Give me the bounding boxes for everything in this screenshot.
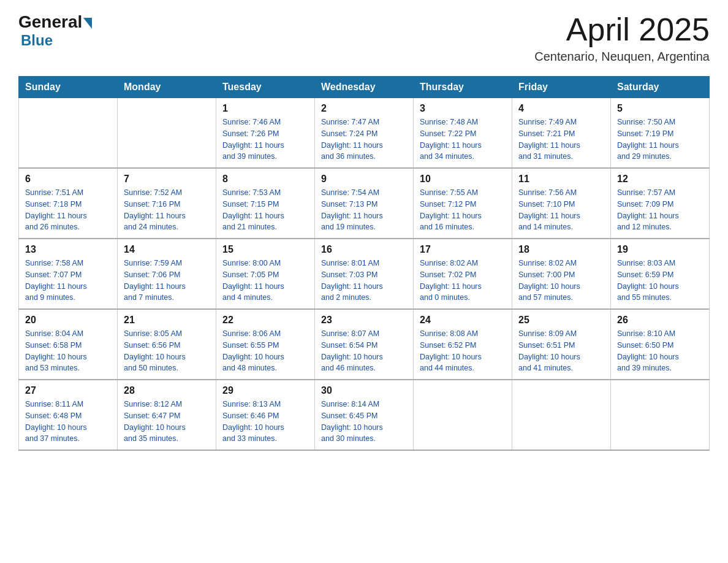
logo-blue-text: Blue — [21, 32, 53, 49]
day-number: 1 — [222, 103, 308, 114]
calendar-cell: 25Sunrise: 8:09 AM Sunset: 6:51 PM Dayli… — [512, 309, 611, 380]
day-number: 24 — [420, 315, 506, 326]
calendar-header-saturday: Saturday — [611, 77, 710, 98]
day-info: Sunrise: 7:48 AM Sunset: 7:22 PM Dayligh… — [420, 117, 506, 163]
day-number: 18 — [518, 244, 604, 255]
calendar-cell: 11Sunrise: 7:56 AM Sunset: 7:10 PM Dayli… — [512, 168, 611, 239]
day-info: Sunrise: 7:59 AM Sunset: 7:06 PM Dayligh… — [124, 258, 210, 304]
calendar-cell: 21Sunrise: 8:05 AM Sunset: 6:56 PM Dayli… — [118, 309, 216, 380]
calendar-cell: 3Sunrise: 7:48 AM Sunset: 7:22 PM Daylig… — [414, 98, 512, 169]
day-info: Sunrise: 7:58 AM Sunset: 7:07 PM Dayligh… — [25, 258, 111, 304]
calendar-cell: 9Sunrise: 7:54 AM Sunset: 7:13 PM Daylig… — [315, 168, 414, 239]
calendar-cell: 26Sunrise: 8:10 AM Sunset: 6:50 PM Dayli… — [611, 309, 710, 380]
day-info: Sunrise: 7:56 AM Sunset: 7:10 PM Dayligh… — [518, 187, 604, 233]
day-info: Sunrise: 8:05 AM Sunset: 6:56 PM Dayligh… — [124, 328, 210, 374]
day-number: 17 — [420, 244, 506, 255]
day-number: 25 — [518, 315, 604, 326]
day-number: 29 — [222, 385, 308, 396]
calendar-cell: 22Sunrise: 8:06 AM Sunset: 6:55 PM Dayli… — [216, 309, 315, 380]
day-info: Sunrise: 8:09 AM Sunset: 6:51 PM Dayligh… — [518, 328, 604, 374]
day-number: 14 — [124, 244, 210, 255]
calendar-cell: 19Sunrise: 8:03 AM Sunset: 6:59 PM Dayli… — [611, 239, 710, 309]
day-info: Sunrise: 7:49 AM Sunset: 7:21 PM Dayligh… — [518, 117, 604, 163]
calendar-cell: 8Sunrise: 7:53 AM Sunset: 7:15 PM Daylig… — [216, 168, 315, 239]
day-info: Sunrise: 8:11 AM Sunset: 6:48 PM Dayligh… — [25, 399, 111, 445]
day-number: 23 — [321, 315, 407, 326]
day-number: 4 — [518, 103, 604, 114]
day-info: Sunrise: 8:07 AM Sunset: 6:54 PM Dayligh… — [321, 328, 407, 374]
calendar-header-thursday: Thursday — [414, 77, 512, 98]
calendar-cell: 20Sunrise: 8:04 AM Sunset: 6:58 PM Dayli… — [19, 309, 118, 380]
day-info: Sunrise: 8:03 AM Sunset: 6:59 PM Dayligh… — [617, 258, 703, 304]
calendar-cell — [414, 380, 512, 450]
calendar-cell: 2Sunrise: 7:47 AM Sunset: 7:24 PM Daylig… — [315, 98, 414, 169]
calendar-table: SundayMondayTuesdayWednesdayThursdayFrid… — [18, 76, 710, 451]
day-number: 9 — [321, 174, 407, 185]
day-info: Sunrise: 8:01 AM Sunset: 7:03 PM Dayligh… — [321, 258, 407, 304]
day-number: 21 — [124, 315, 210, 326]
calendar-header-monday: Monday — [118, 77, 216, 98]
calendar-cell: 29Sunrise: 8:13 AM Sunset: 6:46 PM Dayli… — [216, 380, 315, 450]
calendar-cell: 1Sunrise: 7:46 AM Sunset: 7:26 PM Daylig… — [216, 98, 315, 169]
day-info: Sunrise: 8:02 AM Sunset: 7:02 PM Dayligh… — [420, 258, 506, 304]
day-number: 15 — [222, 244, 308, 255]
calendar-cell: 5Sunrise: 7:50 AM Sunset: 7:19 PM Daylig… — [611, 98, 710, 169]
day-number: 22 — [222, 315, 308, 326]
calendar-cell: 24Sunrise: 8:08 AM Sunset: 6:52 PM Dayli… — [414, 309, 512, 380]
calendar-cell: 18Sunrise: 8:02 AM Sunset: 7:00 PM Dayli… — [512, 239, 611, 309]
calendar-week-2: 6Sunrise: 7:51 AM Sunset: 7:18 PM Daylig… — [19, 168, 710, 239]
calendar-header-wednesday: Wednesday — [315, 77, 414, 98]
day-number: 6 — [25, 174, 111, 185]
day-number: 20 — [25, 315, 111, 326]
calendar-week-5: 27Sunrise: 8:11 AM Sunset: 6:48 PM Dayli… — [19, 380, 710, 450]
day-info: Sunrise: 7:50 AM Sunset: 7:19 PM Dayligh… — [617, 117, 703, 163]
day-number: 26 — [617, 315, 703, 326]
calendar-cell: 17Sunrise: 8:02 AM Sunset: 7:02 PM Dayli… — [414, 239, 512, 309]
calendar-body: 1Sunrise: 7:46 AM Sunset: 7:26 PM Daylig… — [19, 98, 710, 451]
page-header: General Blue April 2025 Centenario, Neuq… — [18, 12, 710, 64]
day-info: Sunrise: 8:08 AM Sunset: 6:52 PM Dayligh… — [420, 328, 506, 374]
calendar-cell: 13Sunrise: 7:58 AM Sunset: 7:07 PM Dayli… — [19, 239, 118, 309]
day-info: Sunrise: 7:55 AM Sunset: 7:12 PM Dayligh… — [420, 187, 506, 233]
calendar-header-sunday: Sunday — [19, 77, 118, 98]
calendar-week-1: 1Sunrise: 7:46 AM Sunset: 7:26 PM Daylig… — [19, 98, 710, 169]
calendar-cell — [118, 98, 216, 169]
calendar-cell: 6Sunrise: 7:51 AM Sunset: 7:18 PM Daylig… — [19, 168, 118, 239]
title-section: April 2025 Centenario, Neuquen, Argentin… — [534, 12, 710, 64]
calendar-cell — [611, 380, 710, 450]
day-info: Sunrise: 7:47 AM Sunset: 7:24 PM Dayligh… — [321, 117, 407, 163]
day-number: 3 — [420, 103, 506, 114]
calendar-header-tuesday: Tuesday — [216, 77, 315, 98]
day-info: Sunrise: 8:04 AM Sunset: 6:58 PM Dayligh… — [25, 328, 111, 374]
calendar-cell: 12Sunrise: 7:57 AM Sunset: 7:09 PM Dayli… — [611, 168, 710, 239]
logo-general-text: General — [18, 12, 92, 32]
day-info: Sunrise: 7:57 AM Sunset: 7:09 PM Dayligh… — [617, 187, 703, 233]
day-number: 27 — [25, 385, 111, 396]
calendar-cell — [512, 380, 611, 450]
calendar-cell: 10Sunrise: 7:55 AM Sunset: 7:12 PM Dayli… — [414, 168, 512, 239]
day-number: 2 — [321, 103, 407, 114]
page-subtitle: Centenario, Neuquen, Argentina — [534, 50, 710, 64]
calendar-cell: 30Sunrise: 8:14 AM Sunset: 6:45 PM Dayli… — [315, 380, 414, 450]
day-info: Sunrise: 7:52 AM Sunset: 7:16 PM Dayligh… — [124, 187, 210, 233]
day-info: Sunrise: 8:00 AM Sunset: 7:05 PM Dayligh… — [222, 258, 308, 304]
day-info: Sunrise: 7:51 AM Sunset: 7:18 PM Dayligh… — [25, 187, 111, 233]
calendar-cell: 23Sunrise: 8:07 AM Sunset: 6:54 PM Dayli… — [315, 309, 414, 380]
calendar-cell — [19, 98, 118, 169]
day-info: Sunrise: 8:02 AM Sunset: 7:00 PM Dayligh… — [518, 258, 604, 304]
logo: General Blue — [18, 12, 92, 49]
day-number: 11 — [518, 174, 604, 185]
day-info: Sunrise: 8:12 AM Sunset: 6:47 PM Dayligh… — [124, 399, 210, 445]
day-number: 7 — [124, 174, 210, 185]
day-number: 28 — [124, 385, 210, 396]
day-number: 12 — [617, 174, 703, 185]
calendar-week-4: 20Sunrise: 8:04 AM Sunset: 6:58 PM Dayli… — [19, 309, 710, 380]
day-info: Sunrise: 8:14 AM Sunset: 6:45 PM Dayligh… — [321, 399, 407, 445]
day-number: 8 — [222, 174, 308, 185]
day-info: Sunrise: 8:06 AM Sunset: 6:55 PM Dayligh… — [222, 328, 308, 374]
logo-arrow-icon — [83, 18, 92, 29]
day-info: Sunrise: 8:10 AM Sunset: 6:50 PM Dayligh… — [617, 328, 703, 374]
day-number: 19 — [617, 244, 703, 255]
calendar-cell: 16Sunrise: 8:01 AM Sunset: 7:03 PM Dayli… — [315, 239, 414, 309]
calendar-cell: 14Sunrise: 7:59 AM Sunset: 7:06 PM Dayli… — [118, 239, 216, 309]
